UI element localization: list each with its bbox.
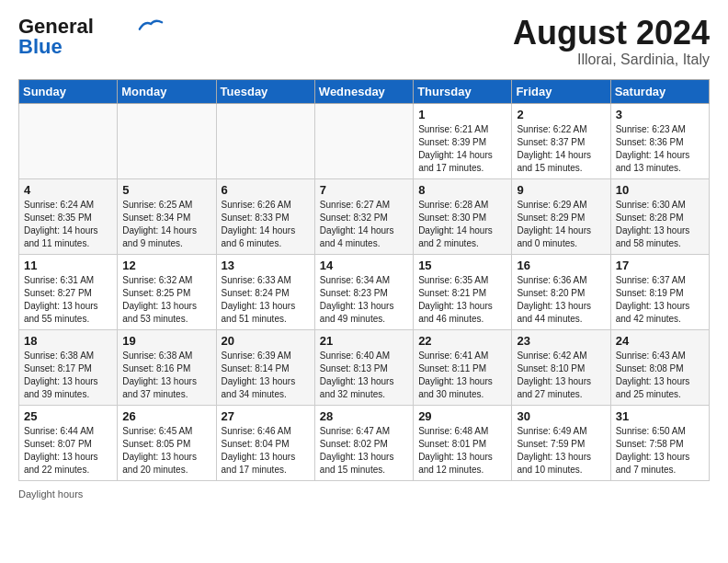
- logo-blue: Blue: [18, 35, 63, 59]
- title-area: August 2024 Illorai, Sardinia, Italy: [513, 15, 710, 68]
- logo-bird-icon: [138, 17, 164, 33]
- calendar-day-cell: 4Sunrise: 6:24 AMSunset: 8:35 PMDaylight…: [19, 178, 118, 254]
- day-info: Sunrise: 6:39 AMSunset: 8:14 PMDaylight:…: [222, 350, 310, 401]
- calendar-week-row: 25Sunrise: 6:44 AMSunset: 8:07 PMDayligh…: [19, 405, 710, 480]
- day-info: Sunrise: 6:43 AMSunset: 8:08 PMDaylight:…: [616, 350, 704, 401]
- calendar-day-cell: 22Sunrise: 6:41 AMSunset: 8:11 PMDayligh…: [414, 329, 512, 405]
- calendar-day-cell: 24Sunrise: 6:43 AMSunset: 8:08 PMDayligh…: [610, 329, 709, 405]
- calendar-week-row: 4Sunrise: 6:24 AMSunset: 8:35 PMDaylight…: [19, 178, 710, 254]
- month-year-title: August 2024: [513, 15, 710, 52]
- day-number: 14: [320, 259, 408, 272]
- calendar-day-header: Thursday: [414, 79, 512, 103]
- day-number: 23: [517, 334, 605, 348]
- day-number: 19: [122, 334, 210, 348]
- day-number: 15: [418, 259, 506, 272]
- day-info: Sunrise: 6:29 AMSunset: 8:29 PMDaylight:…: [517, 199, 605, 250]
- day-number: 17: [616, 259, 704, 272]
- logo: General Blue: [18, 15, 164, 59]
- calendar-day-cell: 27Sunrise: 6:46 AMSunset: 8:04 PMDayligh…: [216, 405, 314, 480]
- day-info: Sunrise: 6:44 AMSunset: 8:07 PMDaylight:…: [24, 425, 112, 477]
- day-number: 6: [222, 183, 310, 197]
- calendar-day-cell: 8Sunrise: 6:28 AMSunset: 8:30 PMDaylight…: [414, 178, 512, 254]
- day-info: Sunrise: 6:38 AMSunset: 8:17 PMDaylight:…: [24, 350, 112, 401]
- calendar-day-cell: 3Sunrise: 6:23 AMSunset: 8:36 PMDaylight…: [610, 103, 709, 178]
- day-number: 13: [222, 259, 310, 272]
- day-number: 28: [320, 409, 408, 423]
- day-info: Sunrise: 6:46 AMSunset: 8:04 PMDaylight:…: [222, 425, 310, 477]
- day-number: 7: [320, 183, 408, 197]
- day-info: Sunrise: 6:50 AMSunset: 7:58 PMDaylight:…: [616, 425, 704, 477]
- calendar-table: SundayMondayTuesdayWednesdayThursdayFrid…: [18, 79, 710, 481]
- day-info: Sunrise: 6:45 AMSunset: 8:05 PMDaylight:…: [122, 425, 210, 477]
- day-number: 9: [517, 183, 605, 197]
- calendar-day-cell: 26Sunrise: 6:45 AMSunset: 8:05 PMDayligh…: [118, 405, 216, 480]
- calendar-week-row: 18Sunrise: 6:38 AMSunset: 8:17 PMDayligh…: [19, 329, 710, 405]
- calendar-day-cell: 7Sunrise: 6:27 AMSunset: 8:32 PMDaylight…: [314, 178, 413, 254]
- calendar-day-cell: 20Sunrise: 6:39 AMSunset: 8:14 PMDayligh…: [216, 329, 314, 405]
- day-number: 24: [616, 334, 704, 348]
- day-info: Sunrise: 6:32 AMSunset: 8:25 PMDaylight:…: [122, 274, 210, 326]
- calendar-day-header: Saturday: [610, 79, 709, 103]
- calendar-day-cell: [19, 103, 118, 178]
- calendar-day-cell: 23Sunrise: 6:42 AMSunset: 8:10 PMDayligh…: [512, 329, 610, 405]
- day-info: Sunrise: 6:42 AMSunset: 8:10 PMDaylight:…: [517, 350, 605, 401]
- calendar-day-cell: 31Sunrise: 6:50 AMSunset: 7:58 PMDayligh…: [610, 405, 709, 480]
- calendar-week-row: 11Sunrise: 6:31 AMSunset: 8:27 PMDayligh…: [19, 254, 710, 329]
- calendar-day-cell: 25Sunrise: 6:44 AMSunset: 8:07 PMDayligh…: [19, 405, 118, 480]
- location-subtitle: Illorai, Sardinia, Italy: [513, 52, 710, 68]
- day-number: 22: [418, 334, 506, 348]
- day-number: 29: [418, 409, 506, 423]
- day-info: Sunrise: 6:25 AMSunset: 8:34 PMDaylight:…: [122, 199, 210, 250]
- calendar-day-cell: 11Sunrise: 6:31 AMSunset: 8:27 PMDayligh…: [19, 254, 118, 329]
- calendar-day-cell: 28Sunrise: 6:47 AMSunset: 8:02 PMDayligh…: [314, 405, 413, 480]
- calendar-day-cell: 14Sunrise: 6:34 AMSunset: 8:23 PMDayligh…: [314, 254, 413, 329]
- day-number: 21: [320, 334, 408, 348]
- day-number: 4: [24, 183, 112, 197]
- calendar-day-cell: 16Sunrise: 6:36 AMSunset: 8:20 PMDayligh…: [512, 254, 610, 329]
- footer: Daylight hours: [18, 488, 710, 500]
- calendar-day-cell: [314, 103, 413, 178]
- calendar-day-cell: [118, 103, 216, 178]
- calendar-day-cell: 21Sunrise: 6:40 AMSunset: 8:13 PMDayligh…: [314, 329, 413, 405]
- calendar-day-cell: 12Sunrise: 6:32 AMSunset: 8:25 PMDayligh…: [118, 254, 216, 329]
- calendar-day-cell: 9Sunrise: 6:29 AMSunset: 8:29 PMDaylight…: [512, 178, 610, 254]
- day-number: 5: [122, 183, 210, 197]
- calendar-day-cell: 10Sunrise: 6:30 AMSunset: 8:28 PMDayligh…: [610, 178, 709, 254]
- day-info: Sunrise: 6:36 AMSunset: 8:20 PMDaylight:…: [517, 274, 605, 326]
- day-info: Sunrise: 6:40 AMSunset: 8:13 PMDaylight:…: [320, 350, 408, 401]
- day-info: Sunrise: 6:24 AMSunset: 8:35 PMDaylight:…: [24, 199, 112, 250]
- calendar-day-header: Tuesday: [216, 79, 314, 103]
- calendar-day-cell: 19Sunrise: 6:38 AMSunset: 8:16 PMDayligh…: [118, 329, 216, 405]
- day-number: 11: [24, 259, 112, 272]
- day-info: Sunrise: 6:38 AMSunset: 8:16 PMDaylight:…: [122, 350, 210, 401]
- day-info: Sunrise: 6:23 AMSunset: 8:36 PMDaylight:…: [616, 123, 704, 175]
- calendar-day-cell: 2Sunrise: 6:22 AMSunset: 8:37 PMDaylight…: [512, 103, 610, 178]
- day-info: Sunrise: 6:34 AMSunset: 8:23 PMDaylight:…: [320, 274, 408, 326]
- calendar-day-cell: 13Sunrise: 6:33 AMSunset: 8:24 PMDayligh…: [216, 254, 314, 329]
- calendar-day-header: Friday: [512, 79, 610, 103]
- day-info: Sunrise: 6:21 AMSunset: 8:39 PMDaylight:…: [418, 123, 506, 175]
- calendar-week-row: 1Sunrise: 6:21 AMSunset: 8:39 PMDaylight…: [19, 103, 710, 178]
- day-info: Sunrise: 6:41 AMSunset: 8:11 PMDaylight:…: [418, 350, 506, 401]
- day-info: Sunrise: 6:26 AMSunset: 8:33 PMDaylight:…: [222, 199, 310, 250]
- page-header: General Blue August 2024 Illorai, Sardin…: [18, 15, 710, 68]
- calendar-day-cell: 5Sunrise: 6:25 AMSunset: 8:34 PMDaylight…: [118, 178, 216, 254]
- day-number: 27: [222, 409, 310, 423]
- day-info: Sunrise: 6:28 AMSunset: 8:30 PMDaylight:…: [418, 199, 506, 250]
- day-info: Sunrise: 6:27 AMSunset: 8:32 PMDaylight:…: [320, 199, 408, 250]
- daylight-label: Daylight hours: [18, 488, 83, 500]
- day-number: 2: [517, 108, 605, 121]
- calendar-day-cell: 18Sunrise: 6:38 AMSunset: 8:17 PMDayligh…: [19, 329, 118, 405]
- calendar-day-cell: 30Sunrise: 6:49 AMSunset: 7:59 PMDayligh…: [512, 405, 610, 480]
- calendar-day-cell: 1Sunrise: 6:21 AMSunset: 8:39 PMDaylight…: [414, 103, 512, 178]
- calendar-day-cell: 17Sunrise: 6:37 AMSunset: 8:19 PMDayligh…: [610, 254, 709, 329]
- day-info: Sunrise: 6:35 AMSunset: 8:21 PMDaylight:…: [418, 274, 506, 326]
- day-number: 20: [222, 334, 310, 348]
- day-info: Sunrise: 6:48 AMSunset: 8:01 PMDaylight:…: [418, 425, 506, 477]
- day-number: 18: [24, 334, 112, 348]
- day-number: 30: [517, 409, 605, 423]
- calendar-day-cell: 15Sunrise: 6:35 AMSunset: 8:21 PMDayligh…: [414, 254, 512, 329]
- day-number: 8: [418, 183, 506, 197]
- day-info: Sunrise: 6:49 AMSunset: 7:59 PMDaylight:…: [517, 425, 605, 477]
- day-number: 1: [418, 108, 506, 121]
